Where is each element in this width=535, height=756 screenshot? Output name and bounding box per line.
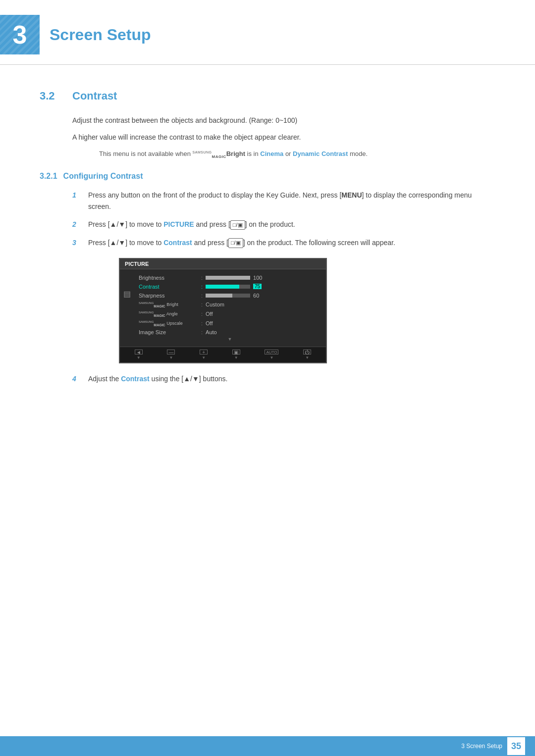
magic-upscale-value: Off <box>206 320 213 326</box>
image-size-row: Image Size : Auto <box>134 328 326 337</box>
image-size-value: Auto <box>206 329 217 335</box>
brightness-bar-fill <box>206 276 250 280</box>
dynamic-contrast-label: Dynamic Contrast <box>293 150 348 157</box>
magic-bright-label: SAMSUNGMAGIC Bright <box>139 302 198 308</box>
step-4-text: Adjust the Contrast using the [▲/▼] butt… <box>88 373 227 384</box>
step-3-number: 3 <box>72 237 83 248</box>
note-or: or <box>283 150 293 157</box>
contrast-menu-label: Contrast <box>139 284 198 290</box>
step-2-number: 2 <box>72 219 83 230</box>
note-is: is in <box>245 150 260 157</box>
contrast-label-step3: Contrast <box>163 239 192 247</box>
monitor-toolbar: ◄ ▼ — ▼ + ▼ ▣ ▼ AUTO ▼ <box>120 347 326 362</box>
step-1: 1 Press any button on the front of the p… <box>72 190 495 212</box>
toolbar-btn-back: ◄ ▼ <box>135 350 143 360</box>
brightness-bar-container: 100 <box>206 275 265 281</box>
magic-upscale-row: SAMSUNGMAGIC Upscale : Off <box>134 319 326 328</box>
chapter-number-box: 3 <box>0 15 40 54</box>
step-3: 3 Press [▲/▼] to move to Contrast and pr… <box>72 237 495 248</box>
select-icon: ▣ <box>232 350 240 354</box>
toolbar-btn-power: ⏻ ▼ <box>303 350 311 360</box>
chapter-number: 3 <box>13 20 27 50</box>
note-text: This menu is not available when <box>99 150 193 157</box>
monitor-title-text: PICTURE <box>125 261 149 267</box>
toolbar-btn-auto: AUTO ▼ <box>265 350 278 360</box>
cinema-label: Cinema <box>260 150 283 157</box>
step-2: 2 Press [▲/▼] to move to PICTURE and pre… <box>72 219 495 230</box>
sharpness-bar-bg <box>206 294 250 298</box>
magic-bright-value: Custom <box>206 302 224 307</box>
section-number: 3.2 <box>40 90 64 102</box>
step-1-number: 1 <box>72 190 83 212</box>
brightness-label: Brightness <box>139 275 198 281</box>
contrast-bar-fill <box>206 285 239 289</box>
note-box: This menu is not available when SAMSUNGM… <box>99 149 495 160</box>
plus-icon: + <box>200 350 208 354</box>
power-icon: ⏻ <box>303 350 311 354</box>
steps-list: 1 Press any button on the front of the p… <box>72 190 495 248</box>
subsection-number: 3.2.1 <box>40 172 57 181</box>
toolbar-btn-minus: — ▼ <box>167 350 175 360</box>
sharpness-bar-fill <box>206 294 232 298</box>
main-content: 3.2 Contrast Adjust the contrast between… <box>0 80 535 431</box>
footer-section-text: 3 Screen Setup <box>461 743 502 750</box>
brightness-value: 100 <box>253 275 265 281</box>
contrast-value: 75 <box>253 284 262 289</box>
brightness-bar-bg <box>206 276 250 280</box>
footer-page-number: 35 <box>507 737 525 755</box>
step-2-text: Press [▲/▼] to move to PICTURE and press… <box>88 219 295 230</box>
image-size-label: Image Size <box>139 329 198 335</box>
step-4-number: 4 <box>72 373 83 384</box>
section-heading: 3.2 Contrast <box>40 90 495 102</box>
auto-icon: AUTO <box>265 350 278 354</box>
contrast-bar-container: 75 <box>206 284 262 289</box>
magic-upscale-label: SAMSUNGMAGIC Upscale <box>139 320 198 327</box>
monitor-sidebar-icon: ▤ <box>123 289 131 299</box>
contrast-label-step4: Contrast <box>121 375 150 383</box>
magic-angle-value: Off <box>206 311 213 317</box>
magic-angle-row: SAMSUNGMAGIC Angle : Off <box>134 309 326 319</box>
monitor-screen: PICTURE ▤ Brightness : <box>119 258 327 363</box>
nav-key-icon: □/▣ <box>230 220 245 230</box>
monitor-sidebar: ▤ <box>120 269 134 347</box>
picture-label: PICTURE <box>163 220 194 228</box>
menu-key: MENU <box>341 191 362 199</box>
minus-icon: — <box>167 350 175 354</box>
sharpness-label: Sharpness <box>139 293 198 299</box>
monitor-content: ▤ Brightness : 100 <box>120 269 326 347</box>
back-icon: ◄ <box>135 350 143 354</box>
scroll-indicator: ▼ <box>134 337 326 343</box>
brightness-row: Brightness : 100 <box>134 273 326 282</box>
samsung-magic-bright-label: SAMSUNGMAGICBright <box>193 150 245 157</box>
subsection-title: Configuring Contrast <box>63 172 143 181</box>
monitor-title-bar: PICTURE <box>120 259 326 269</box>
subsection-heading: 3.2.1 Configuring Contrast <box>40 172 495 181</box>
note-mode: mode. <box>348 150 368 157</box>
magic-angle-label: SAMSUNGMAGIC Angle <box>139 311 198 317</box>
toolbar-btn-select: ▣ ▼ <box>232 350 240 360</box>
step-4: 4 Adjust the Contrast using the [▲/▼] bu… <box>72 373 495 384</box>
magic-bright-row: SAMSUNGMAGIC Bright : Custom <box>134 300 326 309</box>
step-4-list: 4 Adjust the Contrast using the [▲/▼] bu… <box>72 373 495 384</box>
description-1: Adjust the contrast between the objects … <box>72 115 495 126</box>
contrast-row: Contrast : 75 <box>134 282 326 291</box>
sharpness-row: Sharpness : 60 <box>134 291 326 300</box>
description-2: A higher value will increase the contras… <box>72 132 495 143</box>
monitor-menu: Brightness : 100 Contrast : <box>134 269 326 347</box>
nav-key-icon-2: □/▣ <box>228 238 243 248</box>
step-3-text: Press [▲/▼] to move to Contrast and pres… <box>88 237 395 248</box>
sharpness-value: 60 <box>253 293 265 299</box>
toolbar-btn-plus: + ▼ <box>200 350 208 360</box>
bright-bold: Bright <box>226 150 245 157</box>
chapter-header: 3 Screen Setup <box>0 0 535 65</box>
contrast-bar-bg <box>206 285 250 289</box>
section-title: Contrast <box>72 90 117 102</box>
page-footer: 3 Screen Setup 35 <box>0 736 535 756</box>
sharpness-bar-container: 60 <box>206 293 265 299</box>
step-1-text: Press any button on the front of the pro… <box>88 190 495 212</box>
chapter-title: Screen Setup <box>50 26 151 44</box>
monitor-container: PICTURE ▤ Brightness : <box>119 258 327 363</box>
